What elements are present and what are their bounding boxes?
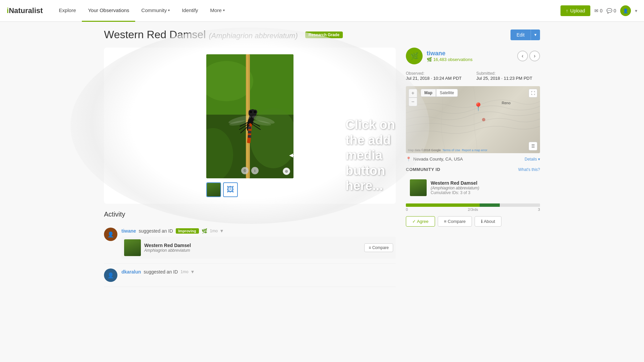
activity-avatar-2: 👤	[104, 268, 117, 282]
details-link[interactable]: Details ▾	[525, 157, 540, 162]
activity-item-1: 👤 tiwane suggested an ID Improving 🌿 1mo…	[104, 223, 396, 264]
main-photo[interactable]: © i ⊕	[206, 54, 293, 178]
id-info-1: Western Red Damsel Amphiagrion abbreviat…	[144, 243, 191, 253]
activity-user-1[interactable]: tiwane	[121, 228, 136, 234]
site-logo[interactable]: iNaturalist	[7, 6, 43, 15]
report-map-link[interactable]: Report a map error	[462, 148, 487, 152]
community-header: Community ID What's this?	[406, 167, 540, 172]
compare-button-1[interactable]: ≡ Compare	[364, 243, 393, 252]
community-id-info: Western Red Damsel (Amphiagrion abbrevia…	[431, 180, 479, 195]
arrow-line	[292, 155, 345, 156]
add-media-icon: 🖼	[227, 185, 234, 194]
activity-user-2[interactable]: dkaralun	[121, 269, 141, 275]
id-sci-name-1: Amphiagrion abbreviatum	[144, 248, 191, 253]
add-media-button[interactable]: 🖼	[223, 182, 238, 197]
map-zoom-in[interactable]: +	[409, 89, 417, 98]
nav-explore[interactable]: Explore	[53, 0, 82, 22]
map-zoom-out[interactable]: −	[409, 98, 417, 106]
activity-avatar-1: 👤	[104, 228, 117, 241]
edit-button[interactable]: Edit	[511, 29, 531, 40]
nav-identify[interactable]: Identify	[176, 0, 204, 22]
cc-icon[interactable]: ©	[241, 167, 249, 174]
map-type-satellite[interactable]: Satellite	[436, 89, 458, 97]
user-avatar: 🌿	[406, 48, 423, 64]
about-button[interactable]: ℹ About	[475, 216, 501, 227]
activity-section: Activity 👤 tiwane suggested an ID Improv…	[104, 210, 396, 287]
nav-right: ↑ Upload ✉ 0 💬 0 👤 ▾	[560, 5, 637, 16]
comment-count: 0	[613, 8, 616, 13]
annotation-text-wrapper: Click on the add media button here...	[345, 117, 396, 194]
map-pin: 📍	[473, 102, 483, 112]
info-icon[interactable]: i	[251, 167, 259, 174]
activity-expand-1[interactable]: ▾	[220, 228, 223, 234]
id-thumb-1	[124, 239, 141, 256]
agree-button[interactable]: ✓ Agree	[406, 216, 435, 227]
avatar-initial-2: 👤	[107, 272, 114, 279]
submitted-label: Submitted: Jul 25, 2018 · 11:23 PM PDT	[476, 71, 540, 81]
progress-track	[406, 203, 540, 207]
location-pin-icon: 📍	[406, 157, 411, 162]
compare-button-main[interactable]: ≡ Compare	[438, 216, 472, 227]
photo-thumb-strip: 🖼	[206, 182, 293, 197]
edit-caret-button[interactable]: ▾	[531, 29, 540, 40]
next-observation-button[interactable]: ›	[529, 51, 540, 61]
whats-this-link[interactable]: What's this?	[518, 167, 540, 172]
activity-header-1: tiwane suggested an ID Improving 🌿 1mo ▾	[121, 228, 396, 234]
user-name[interactable]: tiwane	[427, 50, 473, 57]
activity-action-2: suggested an ID	[144, 269, 178, 275]
avatar-icon: 👤	[623, 8, 628, 13]
location-row: 📍 Nevada County, CA, USA Details ▾	[406, 157, 540, 162]
activity-body-2: dkaralun suggested an ID 1mo ▾	[121, 268, 396, 275]
upload-button[interactable]: ↑ Upload	[560, 5, 590, 16]
community-id-title: Community ID	[406, 167, 440, 172]
account-caret[interactable]: ▾	[635, 8, 637, 13]
user-info: tiwane 🌿 16,483 observations	[427, 50, 473, 62]
progress-fill-dark	[480, 203, 500, 207]
obs-icon: 🌿	[427, 57, 432, 62]
research-grade-badge: Research Grade	[305, 32, 343, 38]
nav-your-observations[interactable]: Your Observations	[82, 0, 135, 22]
thumbnail-1[interactable]	[206, 182, 221, 197]
nav-community[interactable]: Community ▾	[135, 0, 176, 22]
annotation-container: Click on the add media button here...	[292, 117, 396, 194]
map-attribution: Map data ©2018 Google Terms of Use Repor…	[408, 148, 487, 152]
progress-bar-container: 0 2/3rds 3	[406, 203, 540, 212]
annotation-text: Click on the add media button here...	[345, 118, 395, 193]
id-common-name-1: Western Red Damsel	[144, 243, 191, 248]
comments-button[interactable]: 💬 0	[606, 8, 616, 13]
page-container: Western Red Damsel (Amphiagrion abbrevia…	[94, 22, 550, 294]
user-avatar-nav[interactable]: 👤	[620, 5, 631, 16]
map-fullscreen-button[interactable]: ⛶	[529, 89, 537, 98]
map-type-map[interactable]: Map	[421, 89, 436, 97]
activity-expand-2[interactable]: ▾	[191, 268, 194, 275]
map-container[interactable]: Reno 📍 + − Map Satellite ⛶ ☰ Map data ©2…	[406, 86, 540, 153]
map-zoom-controls: + −	[409, 89, 417, 106]
terms-of-use-link[interactable]: Terms of Use	[442, 148, 460, 152]
action-buttons: ✓ Agree ≡ Compare ℹ About	[406, 216, 540, 227]
community-caret: ▾	[168, 8, 170, 12]
activity-action-1: suggested an ID	[139, 228, 173, 234]
community-id-thumb	[410, 179, 427, 196]
nav-more[interactable]: More ▾	[204, 0, 231, 22]
page-header: Western Red Damsel (Amphiagrion abbrevia…	[104, 28, 540, 41]
progress-max: 3	[538, 207, 540, 212]
improving-badge: Improving	[176, 228, 199, 234]
community-id-name: Western Red Damsel	[431, 180, 479, 186]
progress-thirds-label: 2/3rds	[468, 207, 478, 212]
upload-icon: ↑	[566, 8, 568, 13]
prev-observation-button[interactable]: ‹	[517, 51, 528, 61]
edit-button-group: Edit ▾	[511, 29, 540, 40]
comment-icon: 💬	[606, 8, 612, 13]
svg-point-13	[254, 111, 256, 113]
community-id-card: Western Red Damsel (Amphiagrion abbrevia…	[406, 175, 540, 200]
zoom-cursor[interactable]: ⊕	[283, 168, 290, 175]
community-id-sci: (Amphiagrion abbreviatum)	[431, 186, 479, 190]
navbar: iNaturalist Explore Your Observations Co…	[0, 0, 644, 22]
user-avatar-icon: 🌿	[410, 52, 419, 60]
mail-button[interactable]: ✉ 0	[594, 8, 602, 13]
right-panel: 🌿 tiwane 🌿 16,483 observations ‹ › O	[406, 48, 540, 287]
activity-leaf-icon-1: 🌿	[202, 228, 207, 234]
svg-point-12	[250, 111, 252, 113]
map-layers-button[interactable]: ☰	[529, 142, 537, 150]
svg-rect-21	[248, 135, 252, 138]
